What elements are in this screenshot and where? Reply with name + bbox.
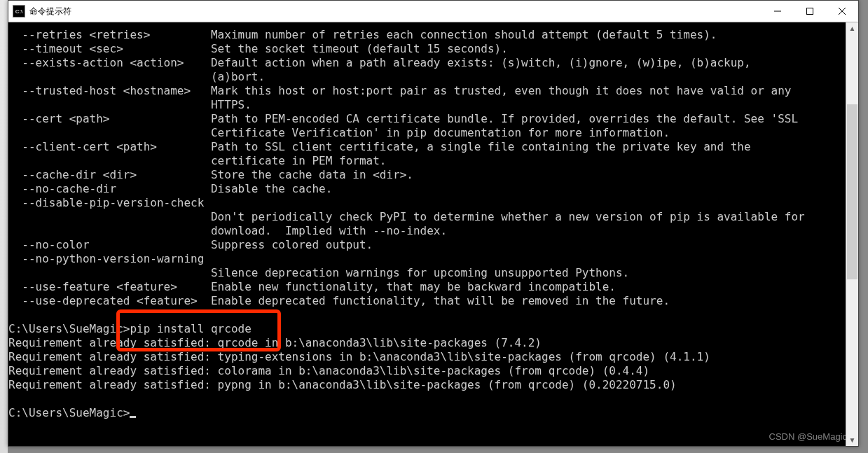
cursor xyxy=(130,416,136,418)
terminal-line: --timeout <sec> Set the socket timeout (… xyxy=(8,42,508,55)
vertical-scrollbar[interactable]: ▲ ▼ xyxy=(846,22,858,446)
terminal-line: --exists-action <action> Default action … xyxy=(8,56,751,69)
window-buttons xyxy=(762,1,858,22)
terminal-line: Requirement already satisfied: typing-ex… xyxy=(8,350,710,363)
scroll-up-button[interactable]: ▲ xyxy=(846,22,858,34)
titlebar[interactable]: C:\ 命令提示符 xyxy=(8,1,858,22)
terminal-line: Don't periodically check PyPI to determi… xyxy=(8,210,805,223)
terminal-line: Requirement already satisfied: colorama … xyxy=(8,364,649,377)
terminal-line: --cache-dir <dir> Store the cache data i… xyxy=(8,168,413,181)
app-icon: C:\ xyxy=(13,5,25,18)
highlight-box xyxy=(116,309,281,351)
scrollbar-thumb[interactable] xyxy=(847,104,857,279)
terminal-line: C:\Users\SueMagic> xyxy=(8,406,130,419)
terminal-line: --no-color Suppress colored output. xyxy=(8,238,373,251)
terminal-line: --trusted-host <hostname> Mark this host… xyxy=(8,84,791,97)
terminal-line: certificate in PEM format. xyxy=(8,154,386,167)
terminal-line: Requirement already satisfied: pypng in … xyxy=(8,378,677,391)
terminal-line: --disable-pip-version-check xyxy=(8,196,204,209)
app-icon-label: C:\ xyxy=(15,8,23,15)
terminal-line: --no-python-version-warning xyxy=(8,252,204,265)
terminal-line: HTTPS. xyxy=(8,98,252,111)
terminal-line: --client-cert <path> Path to SSL client … xyxy=(8,140,751,153)
terminal-line: (a)bort. xyxy=(8,70,265,83)
scroll-down-button[interactable]: ▼ xyxy=(846,434,858,446)
scrollbar-track[interactable] xyxy=(846,34,858,434)
terminal-output[interactable]: --retries <retries> Maximum number of re… xyxy=(8,22,858,446)
terminal-line: --cert <path> Path to PEM-encoded CA cer… xyxy=(8,112,798,125)
window-title: 命令提示符 xyxy=(29,6,71,18)
terminal-line: Silence deprecation warnings for upcomin… xyxy=(8,266,629,279)
watermark: CSDN @SueMagic xyxy=(769,431,847,442)
terminal-line: --no-cache-dir Disable the cache. xyxy=(8,182,332,195)
terminal-line: --use-feature <feature> Enable new funct… xyxy=(8,280,616,293)
maximize-button[interactable] xyxy=(794,1,826,22)
svg-rect-1 xyxy=(807,8,813,15)
minimize-button[interactable] xyxy=(762,1,794,22)
terminal-line: --use-deprecated <feature> Enable deprec… xyxy=(8,294,670,307)
terminal-line: download. Implied with --no-index. xyxy=(8,224,447,237)
command-prompt-window: C:\ 命令提示符 --retries <retries> Maximum nu… xyxy=(8,0,859,447)
terminal-line: --retries <retries> Maximum number of re… xyxy=(8,28,717,41)
editor-gutter-fragment xyxy=(0,0,8,453)
close-button[interactable] xyxy=(826,1,858,22)
terminal-line: Certificate Verification' in pip documen… xyxy=(8,126,670,139)
